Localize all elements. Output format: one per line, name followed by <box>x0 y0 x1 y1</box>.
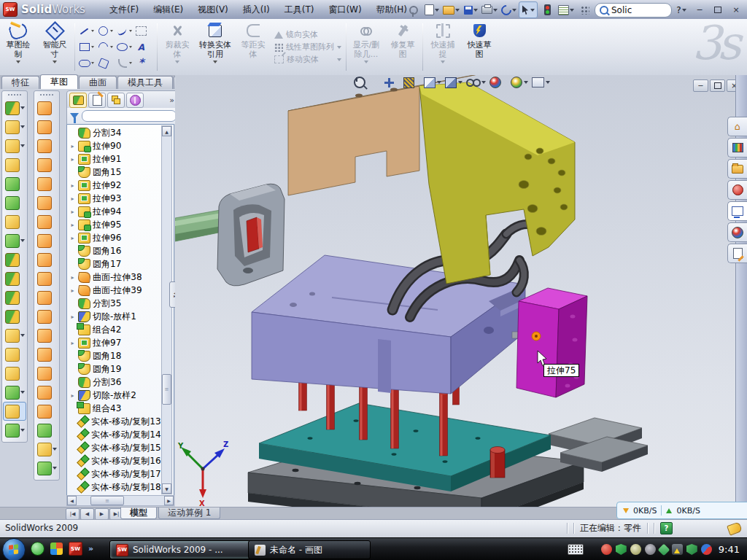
update-icon[interactable] <box>701 544 712 555</box>
tree-item[interactable]: 曲面-拉伸39 <box>67 284 174 297</box>
toolbar-button[interactable] <box>35 174 58 193</box>
toolbar-button[interactable] <box>35 193 58 212</box>
toolbar-button[interactable] <box>3 269 26 288</box>
toolbar-button[interactable] <box>3 174 26 193</box>
media-app-icon[interactable] <box>50 542 63 555</box>
scroll-up-button[interactable]: ▲ <box>162 126 171 136</box>
dimxpert-manager-tab[interactable] <box>126 93 144 108</box>
filter-icon[interactable] <box>70 113 79 119</box>
restore-button[interactable] <box>709 2 727 18</box>
toolbar-button[interactable] <box>35 440 58 459</box>
hud-button[interactable] <box>511 77 528 88</box>
tree-horizontal-scrollbar[interactable]: ◀ ≡ ▶ <box>66 495 174 506</box>
select-button[interactable] <box>519 1 538 18</box>
start-button[interactable] <box>2 538 26 560</box>
hud-button[interactable] <box>445 77 462 88</box>
task-pane-tab[interactable] <box>727 222 747 242</box>
tree-item[interactable]: 实体-移动/复制13 <box>67 415 174 428</box>
toolbar-button[interactable] <box>35 98 58 117</box>
toolbar-button[interactable] <box>3 364 26 383</box>
toolbar-button[interactable] <box>3 421 26 440</box>
toolbar-button[interactable] <box>35 383 58 402</box>
toolbar-button[interactable] <box>3 193 26 212</box>
hud-button[interactable] <box>424 77 441 88</box>
polygon-sketch-button[interactable] <box>97 55 116 71</box>
expander-icon[interactable] <box>69 156 76 163</box>
tree-item[interactable]: 拉伸97 <box>67 336 174 349</box>
rapid-sketch-button[interactable]: 快速草图 <box>461 19 498 75</box>
toolbar-button[interactable] <box>3 326 26 345</box>
repair-sketch-button[interactable]: 修复草图 <box>384 19 421 75</box>
tag-icon[interactable] <box>727 521 743 535</box>
featuremanager-tree-tab[interactable] <box>69 93 87 108</box>
new-document-button[interactable] <box>423 2 441 18</box>
tree-item[interactable]: 拉伸95 <box>67 218 174 231</box>
toolbar-button[interactable] <box>35 231 58 250</box>
pin-icon[interactable] <box>405 2 422 18</box>
messenger-icon[interactable] <box>31 542 44 556</box>
tree-item[interactable]: 拉伸92 <box>67 179 174 192</box>
options-button[interactable] <box>557 2 576 18</box>
task-pane-tab[interactable] <box>727 138 747 158</box>
volume-icon[interactable] <box>645 544 656 555</box>
antivirus-icon[interactable] <box>601 544 612 555</box>
mirror-entities-button[interactable]: 镜向实体 <box>274 30 341 40</box>
tree-item[interactable]: 圆角17 <box>67 257 174 271</box>
expander-icon[interactable] <box>69 143 76 149</box>
part-gray-clamp[interactable] <box>217 184 285 286</box>
command-tab[interactable]: 特征 <box>1 76 39 89</box>
network-warning-icon[interactable] <box>672 544 683 555</box>
toolbar-button[interactable] <box>35 307 58 326</box>
graphics-viewport[interactable]: Y Z X <box>175 75 735 507</box>
tree-item[interactable]: 拉伸93 <box>67 192 174 205</box>
spline-sketch-button[interactable] <box>116 23 135 39</box>
filter-input[interactable] <box>82 110 177 122</box>
hud-button[interactable] <box>403 77 420 88</box>
undo-button[interactable] <box>500 2 518 18</box>
menu-item[interactable]: 工具(T) <box>277 0 322 19</box>
expander-icon[interactable] <box>69 182 76 189</box>
toolbar-button[interactable] <box>3 155 26 174</box>
toolbar-button[interactable] <box>3 98 26 117</box>
arc-sketch-button[interactable] <box>97 39 116 55</box>
display-delete-relations-button[interactable]: 显示/删除几... <box>348 19 384 75</box>
tree-item[interactable]: 实体-移动/复制15 <box>67 441 174 454</box>
taskbar-task-paint[interactable]: 未命名 - 画图 <box>248 540 371 559</box>
toolbar-button[interactable] <box>35 459 58 478</box>
tree-item[interactable]: 圆角15 <box>67 166 174 179</box>
input-method-icon[interactable] <box>568 544 584 555</box>
menu-item[interactable]: 编辑(E) <box>146 0 190 19</box>
sync-icon[interactable] <box>657 543 670 556</box>
tree-item[interactable]: 曲面-拉伸38 <box>67 271 174 284</box>
trim-entities-button[interactable]: 剪裁实体 <box>159 19 196 75</box>
tree-item[interactable]: 圆角16 <box>67 244 174 257</box>
toolbar-button[interactable] <box>3 250 26 269</box>
menu-item[interactable]: 插入(I) <box>236 0 277 19</box>
tree-item[interactable]: 拉伸91 <box>67 152 174 166</box>
taskbar-task-solidworks[interactable]: SW SolidWorks 2009 - ... <box>109 540 254 559</box>
offset-entities-button[interactable]: 等距实体 <box>235 19 271 75</box>
toolbar-button[interactable] <box>3 117 26 136</box>
toolbar-button[interactable] <box>35 364 58 383</box>
move-entities-button[interactable]: 移动实体 <box>274 55 341 65</box>
toolbar-button[interactable] <box>3 383 26 402</box>
first-tab-button[interactable]: |◀ <box>66 508 80 520</box>
expander-icon[interactable] <box>69 235 76 241</box>
toolbar-button[interactable] <box>3 136 26 155</box>
doc-minimize-button[interactable]: − <box>693 79 708 92</box>
model-tab[interactable]: 模型 <box>120 508 157 519</box>
quick-snaps-button[interactable]: 快速捕捉 <box>425 19 461 75</box>
toolbar-button[interactable] <box>35 326 58 345</box>
toolbar-button[interactable] <box>35 288 58 307</box>
linear-sketch-pattern-button[interactable]: 线性草图阵列 <box>274 42 341 52</box>
expander-icon[interactable] <box>69 274 76 281</box>
motion-study-tab[interactable]: 运动算例 1 <box>158 508 220 519</box>
tree-item[interactable]: 实体-移动/复制17 <box>67 467 174 481</box>
toolbar-overflow-button[interactable] <box>576 2 594 18</box>
toolbar-button[interactable] <box>3 288 26 307</box>
toolbar-button[interactable] <box>35 117 58 136</box>
save-button[interactable] <box>462 2 479 18</box>
hud-button[interactable] <box>384 78 400 88</box>
toolbar-button[interactable] <box>35 269 58 288</box>
smart-dimension-button[interactable]: 智能尺寸 <box>36 19 73 75</box>
